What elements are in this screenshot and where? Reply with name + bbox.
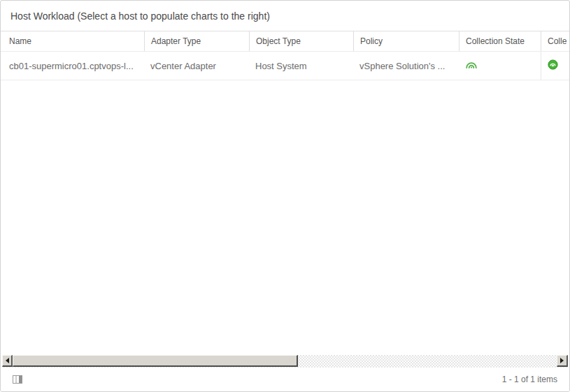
column-header-collection-status[interactable]: Colle	[541, 31, 569, 51]
pagination-status: 1 - 1 of 1 items	[502, 375, 557, 384]
column-header-policy[interactable]: Policy	[353, 31, 459, 51]
column-header-label: Adapter Type	[151, 36, 201, 46]
column-selector-icon[interactable]	[13, 375, 22, 384]
cell-collection-state	[459, 52, 541, 80]
cell-collection-status	[541, 52, 569, 80]
column-header-label: Policy	[360, 36, 383, 46]
cell-policy: vSphere Solution's ...	[353, 52, 459, 80]
column-header-name[interactable]: Name	[1, 31, 144, 51]
column-header-label: Name	[9, 36, 31, 46]
cell-object-type: Host System	[249, 52, 353, 80]
scrollbar-thumb[interactable]	[13, 355, 298, 367]
table-row[interactable]: cb01-supermicro01.cptvops-l... vCenter A…	[1, 52, 569, 80]
widget-title: Host Workload (Select a host to populate…	[1, 1, 569, 31]
scroll-left-arrow-icon[interactable]	[2, 355, 13, 367]
receiving-data-icon	[548, 59, 558, 72]
scroll-right-arrow-icon[interactable]	[557, 355, 568, 367]
column-header-label: Colle	[548, 36, 567, 46]
column-header-object-type[interactable]: Object Type	[249, 31, 353, 51]
grid-footer: 1 - 1 of 1 items	[1, 368, 569, 391]
horizontal-scrollbar[interactable]	[2, 355, 568, 368]
column-header-adapter-type[interactable]: Adapter Type	[144, 31, 249, 51]
host-workload-widget: Host Workload (Select a host to populate…	[0, 0, 570, 392]
collecting-arcs-icon	[465, 60, 478, 71]
right-triangle-glyph	[560, 358, 564, 363]
column-header-collection-state[interactable]: Collection State	[459, 31, 541, 51]
cell-adapter-type: vCenter Adapter	[144, 52, 249, 80]
cell-name: cb01-supermicro01.cptvops-l...	[1, 52, 144, 80]
column-header-label: Object Type	[256, 36, 301, 46]
table-header-row: Name Adapter Type Object Type Policy Col…	[1, 31, 569, 52]
left-triangle-glyph	[6, 358, 9, 363]
column-header-label: Collection State	[466, 36, 525, 46]
